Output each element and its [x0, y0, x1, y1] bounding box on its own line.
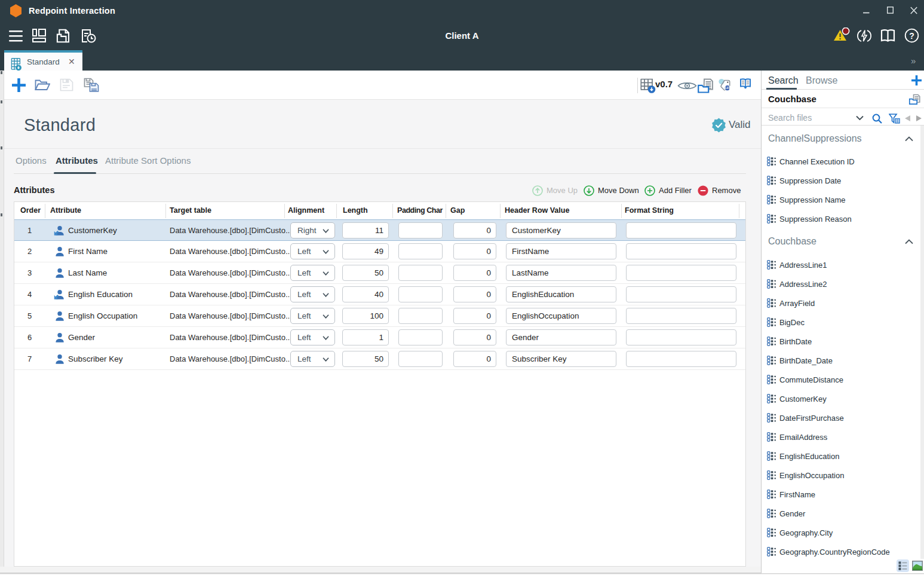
svg-text:?: ? [909, 31, 914, 41]
svg-text:123: 123 [725, 86, 730, 90]
